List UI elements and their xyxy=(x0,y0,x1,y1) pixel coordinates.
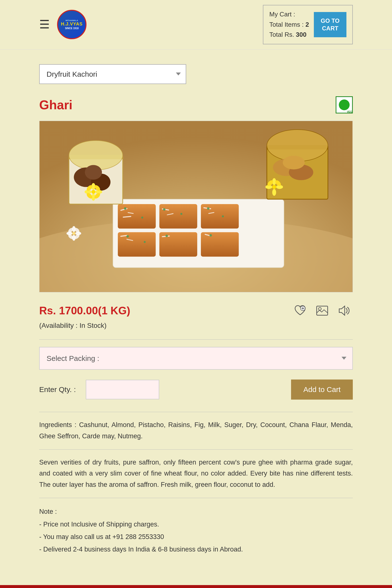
qty-input[interactable] xyxy=(86,380,159,399)
availability-text: (Availability : In Stock) xyxy=(39,322,353,330)
add-to-cart-button[interactable]: Add to Cart xyxy=(291,380,353,400)
action-icons xyxy=(292,302,353,319)
header-left: ☰ MITHAIWALA H.J.VYAS SINCE 1918 xyxy=(39,10,86,39)
divider-4 xyxy=(39,498,353,498)
svg-rect-6 xyxy=(159,204,197,228)
ingredients-text: Ingredients : Cashunut, Almond, Pistacho… xyxy=(39,420,353,442)
logo-since: SINCE 1918 xyxy=(61,27,82,30)
logo-inner: MITHAIWALA H.J.VYAS SINCE 1918 xyxy=(61,19,82,30)
description-text: Seven verities of dry fruits, pure saffr… xyxy=(39,457,353,491)
svg-rect-5 xyxy=(118,204,156,228)
svg-point-73 xyxy=(318,308,321,310)
logo-arc-text: MITHAIWALA xyxy=(61,19,82,22)
price-text: Rs. 1700.00(1 KG) xyxy=(39,304,130,317)
note-line-2: - You may also call us at +91 288 255333… xyxy=(39,531,353,543)
svg-rect-10 xyxy=(201,232,239,256)
svg-point-43 xyxy=(283,156,305,169)
product-title-row: Ghari VEG xyxy=(39,96,353,114)
cart-info: My Cart : Total Items : 2 Total Rs. 300 xyxy=(269,9,309,40)
cart-section: My Cart : Total Items : 2 Total Rs. 300 … xyxy=(263,5,353,44)
hamburger-menu-icon[interactable]: ☰ xyxy=(39,18,50,30)
ingredients-label: Ingredients : xyxy=(39,421,76,428)
veg-label: VEG xyxy=(347,110,352,113)
note-label: Note : xyxy=(39,506,353,518)
svg-point-53 xyxy=(272,185,276,189)
svg-point-60 xyxy=(72,232,75,235)
packing-select[interactable]: Select Packing : Box Packing Gift Packin… xyxy=(39,347,353,370)
svg-point-31 xyxy=(210,234,212,236)
svg-point-28 xyxy=(126,235,129,238)
veg-badge: VEG xyxy=(336,96,353,114)
packing-dropdown-wrapper: Select Packing : Box Packing Gift Packin… xyxy=(39,347,353,370)
svg-point-37 xyxy=(85,165,102,180)
header: ☰ MITHAIWALA H.J.VYAS SINCE 1918 My Cart… xyxy=(0,0,392,50)
product-dropdown-wrapper: Dryfruit Kachori Ghari Mohanthal Kopra P… xyxy=(39,64,353,84)
svg-marker-74 xyxy=(339,306,344,315)
product-select[interactable]: Dryfruit Kachori Ghari Mohanthal Kopra P… xyxy=(39,64,186,84)
note-section: Note : - Price not Inclusive of Shipping… xyxy=(39,506,353,556)
svg-point-44 xyxy=(92,190,95,194)
divider-3 xyxy=(39,449,353,450)
svg-rect-9 xyxy=(159,232,197,256)
veg-circle xyxy=(339,100,350,110)
main-content: Dryfruit Kachori Ghari Mohanthal Kopra P… xyxy=(0,50,392,570)
note-line-1: - Price not Inclusive of Shipping charge… xyxy=(39,518,353,531)
cart-total: Total Rs. 300 xyxy=(269,30,309,40)
divider-2 xyxy=(39,412,353,412)
svg-point-29 xyxy=(144,241,146,243)
svg-point-24 xyxy=(163,208,166,211)
qty-row: Enter Qty. : Add to Cart xyxy=(39,380,353,400)
product-image-svg xyxy=(40,121,352,292)
svg-point-27 xyxy=(222,215,224,217)
footer xyxy=(0,585,392,588)
svg-point-55 xyxy=(272,189,276,196)
ingredients-value: Cashunut, Almond, Pistacho, Raisins, Fig… xyxy=(39,421,353,440)
logo: MITHAIWALA H.J.VYAS SINCE 1918 xyxy=(57,10,86,39)
svg-point-30 xyxy=(166,234,168,237)
svg-point-23 xyxy=(141,216,143,218)
svg-point-22 xyxy=(124,207,126,210)
svg-rect-72 xyxy=(317,306,328,315)
divider-1 xyxy=(39,339,353,340)
wishlist-icon[interactable] xyxy=(292,302,309,319)
product-image xyxy=(39,121,353,292)
svg-point-25 xyxy=(180,213,182,215)
cart-items: Total Items : 2 xyxy=(269,20,309,30)
product-title: Ghari xyxy=(39,98,72,112)
logo-brand-name: H.J.VYAS xyxy=(61,22,82,27)
note-line-3: - Delivered 2-4 business days In India &… xyxy=(39,543,353,556)
go-to-cart-button[interactable]: GO TO CART xyxy=(314,12,346,37)
price-row: Rs. 1700.00(1 KG) xyxy=(39,302,353,319)
cart-label: My Cart : xyxy=(269,9,309,20)
svg-point-26 xyxy=(207,207,210,210)
gallery-icon[interactable] xyxy=(314,302,331,319)
audio-icon[interactable] xyxy=(336,302,353,319)
qty-label: Enter Qty. : xyxy=(39,386,76,394)
